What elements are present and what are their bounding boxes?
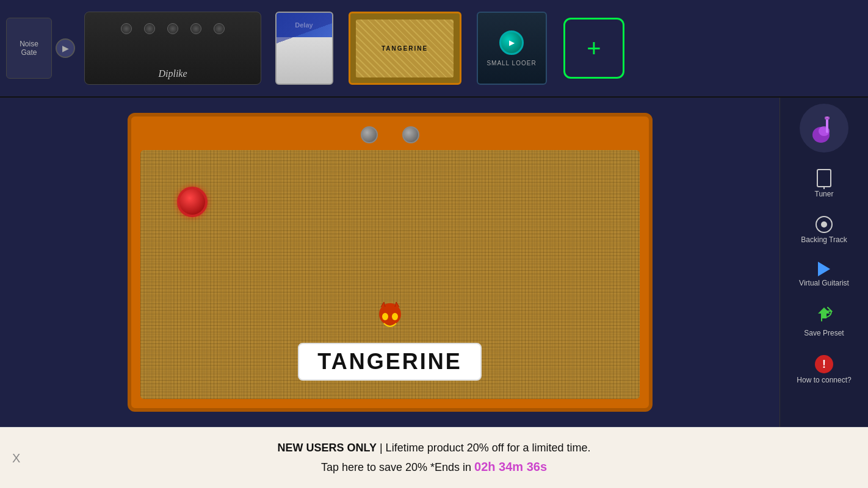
cab-top-bar: [140, 126, 640, 144]
delay-slot[interactable]: Delay: [270, 9, 338, 88]
how-to-connect-label: How to connect?: [797, 376, 851, 384]
tuner-label: Tuner: [815, 190, 834, 198]
share-arrow-icon: [816, 305, 833, 322]
guitar-icon: [808, 112, 841, 145]
main-content: TANGERINE Tuner: [0, 98, 868, 427]
chain-bar: Noise Gate ▶ Diplike Delay: [0, 0, 868, 98]
amp-device[interactable]: Diplike: [84, 12, 261, 85]
tangerine-cabinet: TANGERINE: [128, 113, 653, 412]
amp-knob-2: [144, 23, 155, 34]
power-switch[interactable]: [177, 187, 208, 217]
amp-knobs: [121, 23, 225, 34]
noise-gate-block: Noise Gate ▶: [6, 18, 75, 79]
add-device-slot[interactable]: +: [557, 18, 631, 79]
chain-arrow-1: ▶: [56, 38, 75, 58]
amp-knob-4: [190, 23, 201, 34]
bottom-banner[interactable]: X NEW USERS ONLY | Lifetime product 20% …: [0, 427, 868, 488]
play-icon: [818, 262, 830, 276]
looper-slot[interactable]: ▶ SMALL LOOER: [472, 9, 551, 88]
noise-gate-label: Noise Gate: [20, 40, 38, 57]
delay-device[interactable]: Delay: [275, 12, 333, 85]
noise-gate-device[interactable]: Noise Gate: [6, 18, 52, 79]
sidebar-item-how-to-connect[interactable]: ! How to connect?: [784, 348, 864, 392]
cabinet-slot[interactable]: TANGERINE: [344, 9, 466, 88]
close-banner-button[interactable]: X: [12, 451, 20, 465]
banner-line2: Tap here to save 20% *Ends in 02h 34m 36…: [278, 457, 591, 476]
banner-timer: 02h 34m 36s: [474, 460, 547, 473]
sidebar-item-tuner[interactable]: Tuner: [784, 162, 864, 206]
svg-rect-5: [826, 118, 828, 133]
delay-stripe: Delay: [277, 13, 332, 37]
app-logo: [800, 104, 848, 152]
looper-button-icon: ▶: [499, 30, 524, 55]
amp-slot[interactable]: Diplike: [81, 9, 264, 88]
share-icon: [816, 305, 833, 326]
banner-content: NEW USERS ONLY | Lifetime product 20% of…: [278, 439, 591, 476]
amp-knob-1: [121, 23, 132, 34]
backing-track-icon: [816, 216, 833, 233]
add-device-button[interactable]: +: [563, 18, 624, 79]
plus-icon: +: [587, 35, 601, 62]
banner-rest-text: | Lifetime product 20% off for a limited…: [377, 442, 591, 454]
warning-icon: !: [815, 355, 833, 373]
cab-top-knob-1: [361, 126, 378, 143]
svg-point-1: [382, 313, 388, 320]
cabinet-grille: TANGERINE: [356, 20, 454, 77]
looper-device[interactable]: ▶ SMALL LOOER: [477, 12, 547, 85]
delay-label: Delay: [295, 21, 313, 29]
cabinet-label: TANGERINE: [382, 45, 428, 52]
virtual-guitarist-label: Virtual Guitarist: [799, 279, 849, 287]
looper-label: SMALL LOOER: [486, 60, 536, 66]
sidebar-item-backing-track[interactable]: Backing Track: [784, 209, 864, 251]
sidebar-item-save-preset[interactable]: Save Preset: [784, 298, 864, 345]
amp-display: TANGERINE: [0, 98, 779, 427]
svg-point-2: [392, 313, 398, 320]
cab-top-knob-2: [402, 126, 419, 143]
arrow-right-icon: ▶: [62, 43, 69, 53]
tuner-icon: [817, 169, 831, 187]
backing-track-label: Backing Track: [801, 235, 847, 244]
amp-knob-3: [167, 23, 178, 34]
brand-sticker: TANGERINE: [298, 343, 481, 381]
devil-logo: [372, 302, 408, 340]
banner-line1: NEW USERS ONLY | Lifetime product 20% of…: [278, 439, 591, 457]
banner-bold-text: NEW USERS ONLY: [278, 442, 377, 454]
looper-play-icon: ▶: [509, 38, 515, 47]
cabinet-device[interactable]: TANGERINE: [349, 12, 461, 85]
right-sidebar: Tuner Backing Track Virtual Guitarist: [779, 98, 868, 427]
banner-line2-start: Tap here to save 20% *Ends in: [321, 461, 474, 473]
tuner-stand-icon: [823, 186, 825, 189]
brand-sticker-text: TANGERINE: [317, 349, 461, 374]
save-preset-label: Save Preset: [804, 329, 844, 337]
cab-grille-area: TANGERINE: [140, 150, 640, 399]
amp-knob-5: [214, 23, 225, 34]
backing-track-center-icon: [821, 221, 827, 228]
amp-brand-label: Diplike: [158, 68, 187, 79]
sidebar-item-virtual-guitarist[interactable]: Virtual Guitarist: [784, 254, 864, 295]
